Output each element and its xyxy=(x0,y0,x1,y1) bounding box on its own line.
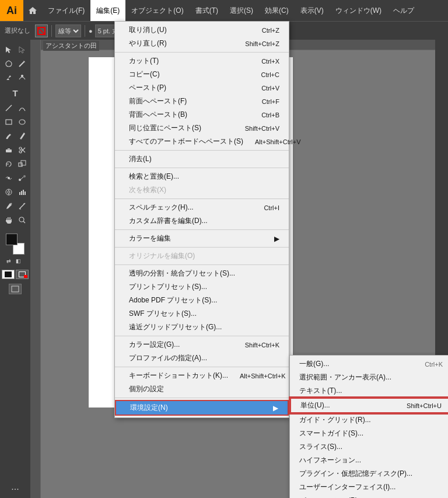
ellipse-tool[interactable] xyxy=(16,116,28,128)
select-tool[interactable] xyxy=(2,43,15,56)
zoom-tool[interactable] xyxy=(16,214,28,227)
edit-menu-custom-dict[interactable]: カスタム辞書を編集(D)... xyxy=(115,214,289,228)
swap-colors-button[interactable]: ⇄ xyxy=(6,258,15,266)
line-tool[interactable] xyxy=(2,102,15,114)
edit-menu-my-settings[interactable]: 個別の設定 xyxy=(115,382,289,396)
ruler-left xyxy=(30,40,41,498)
menu-object[interactable]: オブジェクト(O) xyxy=(125,0,189,21)
edit-menu-paste-inplace[interactable]: 同じ位置にペースト(S) Shift+Ctrl+V xyxy=(115,121,289,135)
fill-mode-button[interactable] xyxy=(2,270,15,279)
edit-menu-assign-profile[interactable]: プロファイルの指定(A)... xyxy=(115,351,289,365)
pencil-tool[interactable] xyxy=(16,130,28,142)
arc-tool[interactable] xyxy=(16,102,28,114)
edit-menu-paste-back[interactable]: 背面へペースト(B) Ctrl+B xyxy=(115,108,289,121)
menu-view[interactable]: 表示(V) xyxy=(295,0,330,21)
svg-point-15 xyxy=(19,147,22,149)
toolbar-sep-1 xyxy=(51,25,52,37)
magic-wand-tool[interactable] xyxy=(16,57,28,70)
scissors-tool[interactable] xyxy=(16,144,28,156)
edit-menu-preferences[interactable]: 環境設定(N) ▶ xyxy=(115,400,289,416)
edit-menu-cut[interactable]: カット(T) Ctrl+X xyxy=(115,54,289,68)
stroke-options-select[interactable]: 線等 xyxy=(55,25,81,37)
menu-window[interactable]: ウィンドウ(W) xyxy=(330,0,387,21)
svg-point-9 xyxy=(19,120,25,124)
pref-smart-guides[interactable]: スマートガイド(S)... xyxy=(290,427,448,440)
graph-tool[interactable] xyxy=(16,186,28,198)
pref-slices[interactable]: スライス(S)... xyxy=(290,440,448,454)
hand-tool[interactable] xyxy=(2,214,15,227)
home-button[interactable] xyxy=(23,0,42,21)
edit-menu-clear[interactable]: 消去(L) xyxy=(115,152,289,166)
stroke-mode-button[interactable] xyxy=(16,270,29,279)
edit-menu-paste[interactable]: ペースト(P) Ctrl+V xyxy=(115,81,289,95)
paintbrush-tool[interactable] xyxy=(2,130,15,142)
shape-tools-row xyxy=(2,116,28,128)
pref-general[interactable]: 一般(G)... Ctrl+K xyxy=(290,357,448,371)
default-colors-button[interactable]: ◧ xyxy=(16,258,24,266)
pref-user-interface[interactable]: ユーザーインターフェイス(I)... xyxy=(290,480,448,494)
edit-menu-pdf-presets[interactable]: Adobe PDF プリセット(S)... xyxy=(115,294,289,307)
app-logo: Ai xyxy=(0,0,23,21)
edit-menu-section-original: オリジナルを編集(O) xyxy=(115,248,289,265)
menu-help[interactable]: ヘルプ xyxy=(387,0,420,21)
normal-mode-button[interactable] xyxy=(9,284,22,294)
edit-menu-section-colors: カラーを編集 ▶ xyxy=(115,230,289,248)
svg-marker-3 xyxy=(19,47,24,53)
edit-menu-undo[interactable]: 取り消し(U) Ctrl+Z xyxy=(115,23,289,37)
svg-rect-30 xyxy=(23,190,24,195)
menu-bar: Ai ファイル(F) 編集(E) オブジェクト(O) 書式(T) 選択(S) 効… xyxy=(0,0,448,21)
direct-select-tool[interactable] xyxy=(16,43,28,56)
pref-performance[interactable]: パフォーマンス(P)... xyxy=(290,494,448,498)
svg-rect-38 xyxy=(12,286,19,292)
edit-menu-print-presets[interactable]: プリントプリセット(S)... xyxy=(115,280,289,294)
rotate-tool[interactable] xyxy=(2,158,15,170)
pref-selection-anchor[interactable]: 選択範囲・アンカー表示(A)... xyxy=(290,371,448,384)
pref-text[interactable]: テキスト(T)... xyxy=(290,384,448,398)
edit-menu-color-settings[interactable]: カラー設定(G)... Shift+Ctrl+K xyxy=(115,338,289,351)
edit-menu-copy[interactable]: コピー(C) Ctrl+C xyxy=(115,68,289,81)
edit-menu-paste-allboards[interactable]: すべてのアートボードへペースト(S) Alt+Shift+Ctrl+V xyxy=(115,135,289,148)
menu-effect[interactable]: 効果(C) xyxy=(259,0,295,21)
edit-menu-section-spell: スペルチェック(H)... Ctrl+I カスタム辞書を編集(D)... xyxy=(115,199,289,230)
symbol-tool[interactable] xyxy=(2,186,15,198)
symbol-tools-row xyxy=(2,186,28,198)
pref-units[interactable]: 単位(U)... Shift+Ctrl+U xyxy=(290,398,448,413)
svg-point-25 xyxy=(8,191,10,193)
edit-menu-perspective-presets[interactable]: 遠近グリッドプリセット(G)... xyxy=(115,321,289,334)
warp-tool[interactable] xyxy=(2,172,15,184)
menu-select[interactable]: 選択(S) xyxy=(224,0,259,21)
rect-tool[interactable] xyxy=(2,116,15,128)
edit-menu-swf-presets[interactable]: SWF プリセット(S)... xyxy=(115,307,289,321)
pen-tool[interactable] xyxy=(2,71,15,84)
pref-hyphenation[interactable]: ハイフネーション... xyxy=(290,454,448,467)
eyedropper-tool[interactable] xyxy=(2,200,15,213)
fill-swatch[interactable] xyxy=(6,234,18,245)
menu-file[interactable]: ファイル(F) xyxy=(42,0,90,21)
pref-plugins-scratch[interactable]: プラグイン・仮想記憶ディスク(P)... xyxy=(290,467,448,480)
edit-menu-section-presets: 透明の分割・統合プリセット(S)... プリントプリセット(S)... Adob… xyxy=(115,265,289,336)
measure-tool[interactable] xyxy=(16,200,28,213)
edit-menu-spell[interactable]: スペルチェック(H)... Ctrl+I xyxy=(115,201,289,214)
svg-point-21 xyxy=(19,179,21,181)
preferences-submenu: 一般(G)... Ctrl+K 選択範囲・アンカー表示(A)... テキスト(T… xyxy=(289,355,448,498)
edit-menu-colors[interactable]: カラーを編集 ▶ xyxy=(115,232,289,245)
edit-menu-redo[interactable]: やり直し(R) Shift+Ctrl+Z xyxy=(115,37,289,50)
edit-menu-transparency-presets[interactable]: 透明の分割・統合プリセット(S)... xyxy=(115,267,289,280)
blend-tool[interactable] xyxy=(16,172,28,184)
edit-menu-find[interactable]: 検索と置換(E)... xyxy=(115,170,289,183)
curvature-tool[interactable] xyxy=(16,71,28,84)
pref-guides-grids[interactable]: ガイド・グリッド(R)... xyxy=(290,413,448,427)
svg-rect-8 xyxy=(6,120,12,124)
edit-menu-section-undoredo: 取り消し(U) Ctrl+Z やり直し(R) Shift+Ctrl+Z xyxy=(115,22,289,53)
type-tool[interactable]: T xyxy=(2,85,28,100)
lasso-tool[interactable] xyxy=(2,57,15,70)
edit-menu-paste-front[interactable]: 前面へペースト(F) Ctrl+F xyxy=(115,95,289,108)
more-tools-button[interactable]: ··· xyxy=(0,484,30,494)
menu-items: ファイル(F) 編集(E) オブジェクト(O) 書式(T) 選択(S) 効果(C… xyxy=(42,0,420,21)
menu-type[interactable]: 書式(T) xyxy=(190,0,224,21)
scale-tool[interactable] xyxy=(16,158,28,170)
menu-edit[interactable]: 編集(E) xyxy=(90,0,125,21)
edit-menu-keyboard-shortcuts[interactable]: キーボードショートカット(K)... Alt+Shift+Ctrl+K xyxy=(115,369,289,382)
edit-menu-section-shortcuts: キーボードショートカット(K)... Alt+Shift+Ctrl+K 個別の設… xyxy=(115,367,289,398)
eraser-tool[interactable] xyxy=(2,144,15,156)
